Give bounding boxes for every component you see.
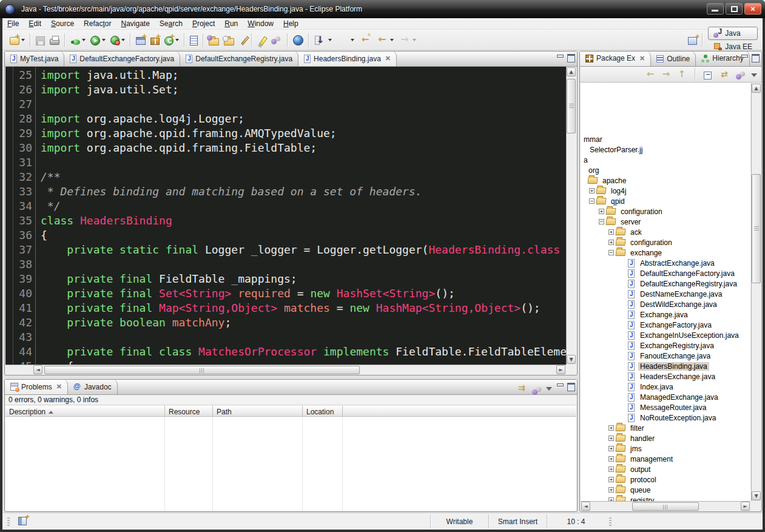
tree-item-exchangeregistry-java[interactable]: ExchangeRegistry.java [581,340,750,351]
view-menu-icon[interactable] [750,69,758,80]
tree-item-messagerouter-java[interactable]: MessageRouter.java [581,402,750,412]
tree-item-server[interactable]: −server [581,217,750,227]
tree-expander-icon[interactable]: + [589,188,595,194]
menu-project[interactable]: Project [187,18,220,29]
tree-expander-icon[interactable]: + [608,425,614,431]
external-tools-button[interactable] [108,32,127,48]
tree-scroll-up-arrow[interactable]: ▲ [752,84,761,93]
new-java-class-dropdown-arrow[interactable] [175,39,179,41]
tree-item-managedexchange-java[interactable]: ManagedExchange.java [581,392,750,402]
tree-item-ack[interactable]: +ack [581,227,750,237]
tree-item-norouteexception-java[interactable]: NoRouteException.java [581,412,750,423]
titlebar[interactable]: Java - Test/broker/src/main/java/org/apa… [0,0,765,18]
new-java-class-button[interactable] [162,32,181,48]
tree-item-handler[interactable]: +handler [581,433,750,443]
tree-scroll-down-arrow[interactable]: ▼ [752,491,761,500]
column-header-path[interactable]: Path [213,406,303,417]
minimize-editor-icon[interactable] [556,54,564,60]
editor-tab-headersbinding-java[interactable]: HeadersBinding.java✕ [298,51,397,66]
package-explorer-tree[interactable]: mmarSelectorParser.jjaorgapache+log4j−qp… [581,83,750,501]
tree-item-log4j[interactable]: +log4j [581,186,750,196]
code-text[interactable]: import java.util.Map;import java.util.Se… [36,67,566,365]
horizontal-scroll-thumb[interactable] [44,366,360,374]
tree-item-queue[interactable]: +queue [581,485,750,495]
tree-item-exchangeinuseexception-java[interactable]: ExchangeInUseException.java [581,330,750,340]
editor-tab-mytest-java[interactable]: MyTest.java [5,51,64,66]
maximize-view-icon[interactable] [752,54,759,61]
scroll-right-arrow[interactable]: ► [556,365,565,374]
tree-expander-icon[interactable]: − [599,219,604,224]
column-header-location[interactable]: Location [303,406,343,417]
editor-tab-defaultexchangefactory-java[interactable]: DefaultExchangeFactory.java [64,51,180,66]
tree-item-selectorparser-jj[interactable]: SelectorParser.jj [581,144,750,155]
back-dropdown-arrow[interactable] [390,39,394,41]
back-button[interactable] [374,32,396,48]
menu-refactor[interactable]: Refactor [79,18,116,29]
tree-item-filter[interactable]: +filter [581,423,750,433]
tree-item-registry[interactable]: +registry [581,495,750,501]
save-button[interactable] [33,32,47,48]
new-wizard-button[interactable] [7,32,27,48]
tree-expander-icon[interactable]: − [608,250,614,255]
external-tools-dropdown-arrow[interactable] [121,39,125,41]
close-tab-icon[interactable]: ✕ [384,55,391,62]
scroll-left-arrow[interactable]: ◄ [33,365,42,374]
tree-expander-icon[interactable]: + [608,466,614,472]
maximize-editor-icon[interactable] [567,54,575,61]
run-button[interactable] [88,32,108,48]
view-tab-javadoc[interactable]: Javadoc [68,379,118,394]
tree-horizontal-scrollbar[interactable]: ◄ ► [581,501,750,511]
close-tab-icon[interactable]: ✕ [638,55,645,62]
fast-view-icon[interactable] [18,517,27,525]
tree-scroll-right-arrow[interactable]: ► [741,502,750,511]
tree-item-output[interactable]: +output [581,464,750,474]
tree-item-destwildexchange-java[interactable]: DestWildExchange.java [581,299,750,309]
tree-expander-icon[interactable]: + [608,229,614,235]
tree-item-headersbinding-java[interactable]: HeadersBinding.java [581,361,750,371]
menu-file[interactable]: File [2,18,24,29]
tree-item-headersexchange-java[interactable]: HeadersExchange.java [581,371,750,382]
forward-icon[interactable] [661,69,672,80]
minimize-window-button[interactable] [707,3,724,15]
editor-tab-defaultexchangeregistry-java[interactable]: DefaultExchangeRegistry.java [180,51,298,66]
column-header-description[interactable]: Description [5,406,165,417]
previous-annotation-dropdown-arrow[interactable] [351,39,354,41]
tree-item-exchange[interactable]: −exchange [581,247,750,258]
tree-item-mmar[interactable]: mmar [581,134,750,144]
scroll-up-arrow[interactable]: ▲ [567,67,576,76]
scroll-down-arrow[interactable]: ▼ [567,355,576,364]
menu-window[interactable]: Window [243,18,278,29]
tree-expander-icon[interactable]: + [608,456,614,462]
new-java-project-button[interactable] [133,32,148,48]
tree-item-org[interactable]: org [581,165,750,175]
view-tab-problems[interactable]: Problems✕ [5,379,68,394]
tree-vertical-scrollbar[interactable]: ▲ ▼ [751,83,761,501]
menu-run[interactable]: Run [220,18,243,29]
open-perspective-button[interactable] [686,32,699,48]
tree-item-a[interactable]: a [581,155,750,165]
tree-item-abstractexchange-java[interactable]: AbstractExchange.java [581,258,750,268]
mark-occurrences-button[interactable] [255,32,268,48]
task-list-button[interactable] [187,32,200,48]
web-browser-button[interactable] [291,32,306,48]
tree-expander-icon[interactable]: + [608,477,614,482]
minimize-view-icon[interactable] [741,54,748,60]
debug-dropdown-arrow[interactable] [82,39,86,41]
menu-source[interactable]: Source [46,18,79,29]
new-java-package-button[interactable] [148,32,162,48]
forward-button[interactable] [396,32,419,48]
tree-item-protocol[interactable]: +protocol [581,474,750,485]
annotate-button[interactable] [237,32,249,48]
tree-item-destnameexchange-java[interactable]: DestNameExchange.java [581,289,750,299]
close-tab-icon[interactable]: ✕ [55,383,62,391]
filters-button[interactable] [268,32,285,48]
column-header-resource[interactable]: Resource [165,406,213,417]
code-editor[interactable]: 2526272829303132333435363738394041424344… [5,67,576,365]
view-tab-package-ex[interactable]: Package Ex✕ [580,51,651,66]
open-type-button[interactable] [206,32,221,48]
vertical-scroll-thumb[interactable] [567,79,576,133]
tree-item-jms[interactable]: +jms [581,443,750,454]
tree-vertical-scroll-thumb[interactable] [752,174,761,283]
tree-expander-icon[interactable]: + [608,436,614,441]
tree-item-exchangefactory-java[interactable]: ExchangeFactory.java [581,320,750,330]
